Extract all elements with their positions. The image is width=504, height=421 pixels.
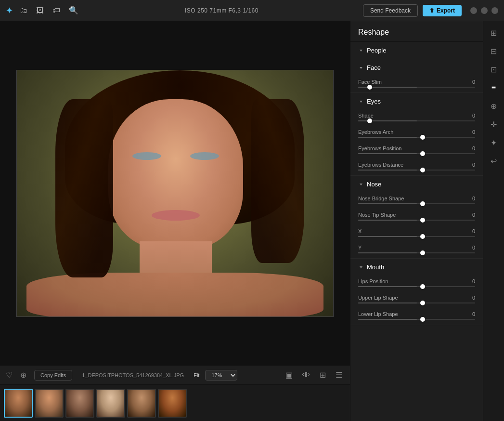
compare-button[interactable]: ⊕ xyxy=(18,369,28,381)
view-grid-icon[interactable]: ⊞ xyxy=(318,369,328,381)
left-eye xyxy=(132,152,161,160)
maximize-button[interactable]: □ xyxy=(481,7,488,14)
send-feedback-button[interactable]: Send Feedback xyxy=(363,4,418,17)
eyebrows-arch-track[interactable] xyxy=(358,137,475,138)
mouth-section-header[interactable]: Mouth xyxy=(350,259,483,276)
zoom-select[interactable]: 17% 25% 50% 100% Fit xyxy=(205,370,237,381)
eyebrows-distance-thumb[interactable] xyxy=(420,168,425,172)
nose-x-thumb[interactable] xyxy=(420,234,425,239)
nose-bridge-thumb[interactable] xyxy=(420,201,425,206)
lower-lip-track[interactable] xyxy=(358,319,475,320)
panel-browser-icon[interactable]: ⊞ xyxy=(486,25,502,40)
eyebrows-position-thumb[interactable] xyxy=(420,151,425,156)
face-label: Face xyxy=(367,64,381,71)
search-icon[interactable]: 🔍 xyxy=(67,4,80,17)
nose-tip-value: 0 xyxy=(465,212,475,218)
nose-y-label-row: Y 0 xyxy=(358,245,475,250)
eyes-shape-label: Shape xyxy=(358,113,374,118)
face-slim-row: Face Slim 0 xyxy=(358,76,475,92)
eyebrows-position-label: Eyebrows Position xyxy=(358,145,402,151)
nose-tip-label: Nose Tip Shape xyxy=(358,212,396,218)
view-eye-icon[interactable]: 👁 xyxy=(300,370,312,381)
panel-grid-icon[interactable]: ⊟ xyxy=(486,43,502,59)
people-section: People xyxy=(350,42,483,59)
panel-sliders-icon[interactable]: ≡ xyxy=(486,80,502,95)
filmstrip-item-3[interactable] xyxy=(65,389,94,418)
people-section-header[interactable]: People xyxy=(350,42,483,59)
bottom-toolbar: ♡ ⊕ Copy Edits 1_DEPOSITPHOTOS_541269384… xyxy=(0,365,350,384)
eyebrows-distance-track[interactable] xyxy=(358,170,475,171)
face-slim-track[interactable] xyxy=(358,87,475,88)
nose-tip-thumb[interactable] xyxy=(420,218,425,223)
panel-undo-icon[interactable]: ↩ xyxy=(486,153,502,169)
lower-lip-thumb[interactable] xyxy=(420,317,425,322)
nose-y-thumb[interactable] xyxy=(420,250,425,255)
nose-tip-row: Nose Tip Shape 0 xyxy=(358,209,475,225)
canvas-area: ♡ ⊕ Copy Edits 1_DEPOSITPHOTOS_541269384… xyxy=(0,21,350,421)
panel-move-icon[interactable]: ✛ xyxy=(486,117,502,132)
eyes-shape-value: 0 xyxy=(465,113,475,118)
people-arrow-icon xyxy=(358,48,364,53)
copy-edits-button[interactable]: Copy Edits xyxy=(34,370,72,381)
thumb-image-3 xyxy=(66,390,93,417)
view-single-icon[interactable]: ▣ xyxy=(284,369,295,381)
nose-bridge-track[interactable] xyxy=(358,203,475,204)
filmstrip-item-1[interactable] xyxy=(4,389,33,418)
image-icon[interactable]: 🖼 xyxy=(34,4,46,17)
main-area: ♡ ⊕ Copy Edits 1_DEPOSITPHOTOS_541269384… xyxy=(0,21,504,421)
topbar-right: Send Feedback ⬆ Export − □ × xyxy=(363,4,498,17)
eyebrows-arch-thumb[interactable] xyxy=(420,135,425,140)
upper-lip-label: Upper Lip Shape xyxy=(358,295,398,301)
eyebrows-position-track[interactable] xyxy=(358,153,475,154)
view-list-icon[interactable]: ☰ xyxy=(334,369,344,381)
export-button[interactable]: ⬆ Export xyxy=(423,5,462,16)
panel-crop-icon[interactable]: ⊡ xyxy=(486,62,502,77)
favorite-button[interactable]: ♡ xyxy=(6,370,13,380)
filmstrip-item-6[interactable] xyxy=(158,389,187,418)
right-panel: Reshape People xyxy=(350,21,483,421)
nose-bridge-value: 0 xyxy=(465,196,475,201)
eyebrows-arch-label: Eyebrows Arch xyxy=(358,129,393,135)
upper-lip-label-row: Upper Lip Shape 0 xyxy=(358,295,475,301)
lips-position-thumb[interactable] xyxy=(420,284,425,289)
face-slim-label-row: Face Slim 0 xyxy=(358,79,475,85)
thumb-image-5 xyxy=(128,390,155,417)
nose-tip-track[interactable] xyxy=(358,220,475,221)
eyebrows-distance-fill xyxy=(358,170,417,171)
face-slim-thumb[interactable] xyxy=(367,85,372,90)
lips xyxy=(152,210,200,221)
filmstrip-item-2[interactable] xyxy=(35,389,64,418)
nose-x-track[interactable] xyxy=(358,236,475,237)
upper-lip-thumb[interactable] xyxy=(420,301,425,305)
close-button[interactable]: × xyxy=(491,7,498,14)
nose-tip-fill xyxy=(358,220,417,221)
eyes-shape-thumb[interactable] xyxy=(367,118,372,123)
filmstrip xyxy=(0,384,350,421)
nose-y-track[interactable] xyxy=(358,252,475,253)
nose-section-header[interactable]: Nose xyxy=(350,176,483,193)
nose-section: Nose Nose Bridge Shape 0 xyxy=(350,176,483,259)
eyebrows-arch-label-row: Eyebrows Arch 0 xyxy=(358,129,475,135)
thumb-image-2 xyxy=(36,390,63,417)
right-icon-bar: ⊞ ⊟ ⊡ ≡ ⊕ ✛ ✦ ↩ xyxy=(483,21,504,421)
eyes-shape-track[interactable] xyxy=(358,120,475,121)
lips-position-fill xyxy=(358,286,417,287)
filmstrip-item-4[interactable] xyxy=(96,389,125,418)
lips-position-track[interactable] xyxy=(358,286,475,287)
face-section: Face Face Slim 0 xyxy=(350,59,483,93)
eyes-sliders: Shape 0 Eyebrows Arch 0 xyxy=(350,110,483,175)
photo-canvas xyxy=(17,70,333,316)
minimize-button[interactable]: − xyxy=(470,7,477,14)
eyebrows-distance-value: 0 xyxy=(465,162,475,168)
folder-icon[interactable]: 🗂 xyxy=(18,4,29,17)
filmstrip-item-5[interactable] xyxy=(127,389,156,418)
lower-lip-value: 0 xyxy=(465,311,475,317)
upper-lip-row: Upper Lip Shape 0 xyxy=(358,292,475,308)
eyes-section-header[interactable]: Eyes xyxy=(350,93,483,110)
fit-label[interactable]: Fit xyxy=(194,372,199,378)
tag-icon[interactable]: 🏷 xyxy=(51,4,62,17)
panel-person-icon[interactable]: ⊕ xyxy=(486,98,502,114)
panel-sparkle-icon[interactable]: ✦ xyxy=(486,135,502,150)
face-section-header[interactable]: Face xyxy=(350,59,483,76)
upper-lip-track[interactable] xyxy=(358,303,475,303)
